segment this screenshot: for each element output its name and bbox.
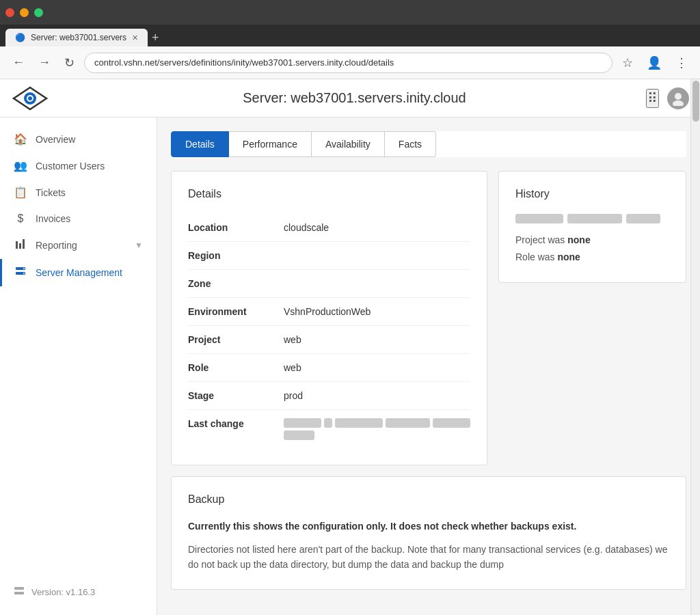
sidebar-label-tickets: Tickets — [36, 187, 66, 198]
svg-point-5 — [673, 100, 684, 106]
tab-close-icon[interactable]: ✕ — [132, 33, 138, 42]
sidebar-item-tickets[interactable]: 📋 Tickets — [0, 179, 157, 206]
detail-row-stage: Stage prod — [188, 382, 470, 410]
invoices-icon: $ — [14, 213, 27, 225]
history-entry: Project was none Role was none — [515, 232, 669, 266]
address-bar[interactable] — [84, 53, 612, 73]
sidebar-label-server-management: Server Management — [36, 267, 122, 278]
browser-chrome — [0, 0, 700, 25]
avatar-icon — [671, 91, 686, 106]
value-project: web — [284, 334, 301, 345]
svg-rect-6 — [16, 241, 18, 249]
details-card-title: Details — [188, 188, 470, 200]
detail-row-environment: Environment VshnProductionWeb — [188, 298, 470, 326]
active-tab[interactable]: 🔵 Server: web37001.servers ✕ — [5, 29, 148, 46]
svg-rect-8 — [23, 239, 25, 249]
main-layout: 🏠 Overview 👥 Customer Users 📋 Tickets $ … — [0, 118, 700, 615]
label-location: Location — [188, 222, 284, 233]
backup-warning: Currently this shows the configuration o… — [188, 519, 669, 534]
svg-point-4 — [675, 93, 682, 100]
value-stage: prod — [284, 390, 303, 401]
version-label: Version: v1.16.3 — [0, 577, 157, 607]
sidebar-item-customer-users[interactable]: 👥 Customer Users — [0, 152, 157, 179]
header-actions: ⠿ — [646, 87, 689, 109]
app-header: Server: web37001.servers.inity.cloud ⠿ — [0, 79, 700, 118]
history-text1: Project was — [515, 234, 567, 245]
history-bold1: none — [567, 234, 590, 245]
logo-svg — [11, 85, 49, 112]
svg-rect-7 — [19, 243, 21, 249]
tab-details[interactable]: Details — [171, 131, 229, 157]
label-environment: Environment — [188, 306, 284, 317]
page-title: Server: web37001.servers.inity.cloud — [63, 90, 646, 106]
tab-facts[interactable]: Facts — [385, 131, 436, 157]
sidebar-label-reporting: Reporting — [36, 240, 77, 251]
detail-row-last-change: Last change — [188, 410, 470, 448]
sidebar-item-invoices[interactable]: $ Invoices — [0, 206, 157, 232]
label-project: Project — [188, 334, 284, 345]
value-last-change — [284, 418, 470, 440]
sidebar-label-invoices: Invoices — [36, 213, 70, 224]
svg-point-11 — [23, 268, 25, 269]
detail-row-zone: Zone — [188, 270, 470, 298]
apps-icon[interactable]: ⠿ — [646, 89, 659, 108]
svg-point-12 — [23, 273, 25, 274]
reporting-arrow-icon: ▼ — [135, 241, 143, 250]
forward-button[interactable]: → — [34, 53, 55, 72]
detail-row-role: Role web — [188, 354, 470, 382]
tickets-icon: 📋 — [14, 186, 27, 199]
reporting-icon — [14, 238, 27, 252]
details-table: Location cloudscale Region Zone Envi — [188, 214, 470, 448]
details-card: Details Location cloudscale Region Zone — [171, 171, 487, 465]
cards-row: Details Location cloudscale Region Zone — [171, 171, 686, 465]
label-role: Role — [188, 362, 284, 373]
avatar[interactable] — [667, 87, 689, 109]
tab-title: Server: web37001.servers — [31, 33, 126, 42]
label-region: Region — [188, 250, 284, 261]
reload-button[interactable]: ↻ — [60, 53, 79, 73]
sidebar: 🏠 Overview 👥 Customer Users 📋 Tickets $ … — [0, 118, 157, 615]
content-area: Details Performance Availability Facts D… — [157, 118, 700, 615]
back-button[interactable]: ← — [8, 53, 29, 72]
home-icon: 🏠 — [14, 133, 27, 146]
logo — [11, 85, 49, 112]
backup-description: Directories not listed here aren't part … — [188, 542, 669, 573]
detail-row-location: Location cloudscale — [188, 214, 470, 242]
browser-tab-bar: 🔵 Server: web37001.servers ✕ + — [0, 25, 700, 46]
sidebar-label-overview: Overview — [36, 134, 75, 145]
history-text2: Role was — [515, 251, 557, 262]
label-stage: Stage — [188, 390, 284, 401]
value-location: cloudscale — [284, 222, 329, 233]
browser-controls: ← → ↻ ☆ 👤 ⋮ — [0, 46, 700, 79]
sidebar-item-reporting[interactable]: Reporting ▼ — [0, 232, 157, 259]
detail-row-region: Region — [188, 242, 470, 270]
svg-rect-14 — [14, 592, 24, 594]
sidebar-item-overview[interactable]: 🏠 Overview — [0, 126, 157, 152]
history-blurred-header — [515, 214, 669, 223]
new-tab-button[interactable]: + — [152, 31, 159, 46]
detail-row-project: Project web — [188, 326, 470, 354]
label-last-change: Last change — [188, 418, 284, 440]
backup-card: Backup Currently this shows the configur… — [171, 476, 686, 590]
scrollbar-thumb[interactable] — [692, 81, 699, 122]
history-card: History Project was none Role was none — [498, 171, 686, 283]
version-icon — [14, 586, 25, 599]
bookmark-icon[interactable]: ☆ — [618, 53, 637, 73]
history-card-title: History — [515, 188, 669, 200]
app-container: Server: web37001.servers.inity.cloud ⠿ 🏠… — [0, 79, 700, 615]
scrollbar-track[interactable] — [690, 79, 700, 615]
svg-point-3 — [28, 96, 32, 100]
tabs-bar: Details Performance Availability Facts — [171, 131, 686, 157]
account-icon[interactable]: 👤 — [643, 53, 666, 73]
users-icon: 👥 — [14, 159, 27, 172]
tab-performance[interactable]: Performance — [229, 131, 312, 157]
value-role: web — [284, 362, 301, 373]
svg-rect-13 — [14, 587, 24, 590]
label-zone: Zone — [188, 278, 284, 289]
value-environment: VshnProductionWeb — [284, 306, 371, 317]
tab-availability[interactable]: Availability — [312, 131, 385, 157]
sidebar-item-server-management[interactable]: Server Management — [0, 259, 157, 286]
backup-card-title: Backup — [188, 493, 669, 506]
sidebar-label-customer-users: Customer Users — [36, 161, 105, 172]
menu-icon[interactable]: ⋮ — [671, 53, 692, 73]
